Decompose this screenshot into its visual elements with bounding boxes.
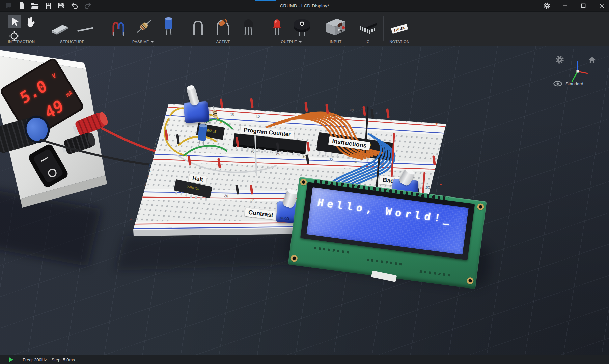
dropdown-caret-output — [299, 41, 302, 44]
svg-text:10: 10 — [230, 112, 234, 116]
lcd-mount-hole — [466, 277, 474, 284]
gear-icon — [555, 55, 564, 64]
lcd-mount-hole — [477, 203, 484, 210]
svg-text:A: A — [156, 138, 159, 141]
svg-text:G: G — [148, 169, 151, 173]
breadboard-icon — [50, 21, 69, 36]
svg-text:H: H — [147, 174, 149, 177]
diode-icon — [215, 17, 231, 36]
component-capacitor-button[interactable] — [162, 16, 175, 37]
scene-viewport[interactable]: 5.0 V 49 mA — [0, 46, 609, 355]
pointer-arrow-icon — [10, 17, 19, 27]
potentiometer-top[interactable] — [184, 101, 209, 123]
pot-value-label: 10KΩ — [279, 216, 289, 220]
svg-text:25: 25 — [250, 198, 255, 202]
label-tag-icon: LABEL — [389, 21, 410, 36]
statusbar: Freq: 200Hz Step: 5.0ms — [0, 355, 609, 364]
section-active: ACTIVE — [184, 12, 263, 46]
svg-text:F: F — [149, 164, 151, 168]
svg-text:J: J — [144, 183, 146, 187]
section-label-active: ACTIVE — [184, 40, 263, 44]
svg-text:15: 15 — [256, 114, 260, 118]
scene-settings-button[interactable] — [555, 55, 564, 66]
section-label-structure: STRUCTURE — [43, 40, 102, 44]
lcd-solder-pads — [367, 259, 404, 266]
hand-icon — [24, 16, 35, 28]
lcd-mount-hole — [300, 178, 307, 186]
section-label-ic: IC — [352, 40, 383, 44]
svg-text:D: D — [152, 152, 155, 155]
svg-text:45: 45 — [375, 111, 380, 115]
titlebar: CRUMB - LCD Display* — [0, 0, 609, 11]
svg-text:I: I — [145, 178, 146, 182]
view-preset-label: Standard — [565, 81, 583, 86]
lcd-mount-hole — [290, 254, 298, 262]
svg-text:40: 40 — [350, 108, 354, 112]
bent-wire-icon — [191, 17, 205, 36]
svg-text:40: 40 — [354, 160, 359, 164]
svg-text:+: + — [130, 217, 132, 222]
dropdown-caret-passive — [151, 41, 154, 44]
svg-text:+: + — [435, 121, 438, 126]
component-bent-wire-button[interactable] — [191, 17, 205, 37]
section-label-notation: NOTATION — [383, 40, 416, 44]
lcd-solder-pads — [419, 270, 450, 277]
transistor-icon — [241, 17, 256, 36]
component-jumper-button[interactable] — [111, 17, 126, 37]
svg-text:35: 35 — [329, 157, 333, 161]
section-label-interaction: INTERACTION — [0, 40, 43, 44]
crumb-app: CRUMB - LCD Display* — [0, 0, 609, 364]
section-notation: LABEL NOTATION — [383, 12, 416, 46]
eye-icon — [553, 81, 562, 87]
svg-text:+: + — [440, 182, 442, 187]
component-breadboard-button[interactable] — [50, 21, 69, 37]
section-label-passive: PASSIVE — [102, 40, 184, 44]
capacitor-icon — [162, 16, 175, 36]
svg-text:60: 60 — [426, 185, 430, 190]
pointer-tool-button[interactable] — [8, 15, 21, 28]
lcd-solder-pads — [314, 247, 351, 254]
resistor-icon — [135, 17, 153, 36]
component-toolbar: INTERACTION STRUCTURE — [0, 11, 609, 46]
component-buzzer-button[interactable] — [292, 17, 312, 37]
svg-text:20: 20 — [224, 194, 228, 198]
dip-chip-icon — [356, 18, 379, 36]
section-input: INPUT — [320, 12, 352, 46]
jumper-wire-icon — [111, 17, 126, 36]
svg-text:C: C — [154, 147, 156, 151]
component-dip-chip-button[interactable] — [356, 18, 379, 37]
section-passive: PASSIVE — [102, 12, 184, 46]
section-label-output: OUTPUT — [263, 40, 320, 44]
power-supply-icon — [324, 17, 348, 36]
status-frequency: Freq: 200Hz — [23, 357, 47, 362]
section-label-input: INPUT — [320, 40, 352, 44]
svg-text:−: − — [441, 187, 443, 192]
component-label-button[interactable]: LABEL — [389, 21, 410, 37]
svg-text:E: E — [151, 156, 153, 160]
section-interaction: INTERACTION — [0, 12, 43, 46]
buzzer-icon — [292, 17, 312, 36]
svg-text:B: B — [155, 142, 157, 146]
component-wire-button[interactable] — [76, 23, 95, 37]
section-ic: IC — [352, 12, 383, 46]
component-led-button[interactable] — [271, 16, 283, 37]
view-preset-control[interactable]: Standard — [553, 81, 583, 87]
hand-tool-button[interactable] — [24, 16, 35, 29]
section-output: OUTPUT — [263, 12, 320, 46]
section-structure: STRUCTURE — [43, 12, 102, 46]
led-icon — [271, 16, 283, 36]
close-button[interactable] — [598, 2, 606, 10]
minimize-button[interactable] — [561, 2, 569, 10]
component-power-supply-button[interactable] — [324, 17, 348, 37]
maximize-button[interactable] — [579, 2, 587, 10]
window-title: CRUMB - LCD Display* — [0, 0, 609, 11]
component-diode-button[interactable] — [215, 17, 231, 37]
component-resistor-button[interactable] — [135, 17, 153, 37]
wire-icon — [76, 23, 95, 36]
component-transistor-button[interactable] — [241, 17, 256, 37]
status-step: Step: 5.0ms — [52, 357, 75, 362]
play-button[interactable] — [9, 357, 13, 362]
settings-gear-icon[interactable] — [543, 2, 551, 10]
